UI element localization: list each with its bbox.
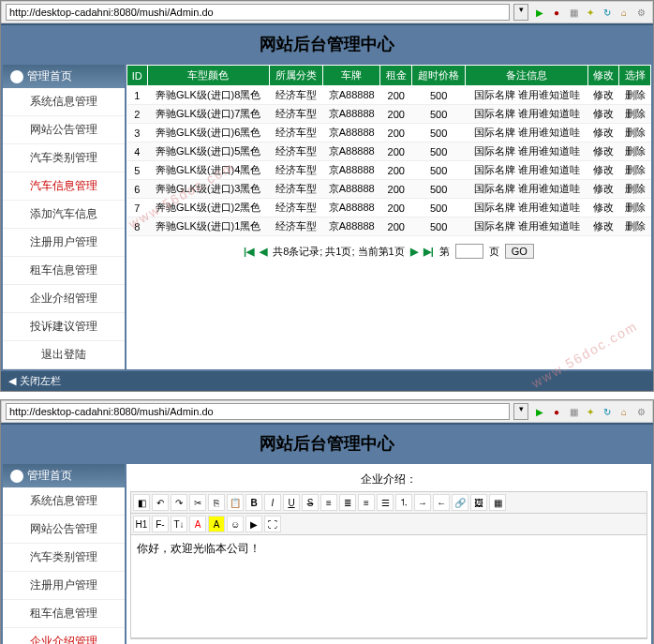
sidebar-item[interactable]: 系统信息管理 [3, 88, 125, 116]
table-cell: 经济车型 [269, 217, 322, 236]
table-header: 车牌 [322, 66, 380, 86]
refresh-icon[interactable]: ↻ [600, 5, 615, 20]
numbered-list-icon[interactable]: ⒈ [395, 494, 412, 511]
align-right-icon[interactable]: ≡ [358, 494, 375, 511]
url-input[interactable] [6, 4, 510, 21]
bold-icon[interactable]: B [245, 494, 262, 511]
font-size-icon[interactable]: T↓ [171, 516, 187, 532]
table-cell[interactable]: 删除 [619, 161, 651, 180]
sidebar-item[interactable]: 企业介绍管理 [3, 285, 125, 313]
paste-icon[interactable]: 📋 [227, 494, 244, 511]
home-icon[interactable]: ⌂ [617, 404, 632, 419]
h1-icon[interactable]: H1 [133, 516, 150, 532]
font-family-icon[interactable]: F- [152, 516, 169, 532]
stop-icon[interactable]: ● [549, 404, 564, 419]
media-icon[interactable]: ▶ [245, 516, 262, 532]
copy-icon[interactable]: ⎘ [208, 494, 225, 511]
editor-toolbar-row1: ◧ ↶ ↷ ✂ ⎘ 📋 B I U S ≡ ≣ ≡ ☰ ⒈ → ← [130, 491, 647, 514]
tools-icon[interactable]: ⚙ [633, 404, 648, 419]
sidebar-item[interactable]: 注册用户管理 [3, 229, 125, 257]
url-dropdown-icon[interactable]: ▾ [513, 4, 528, 21]
emoji-icon[interactable]: ☺ [227, 516, 244, 532]
url-input[interactable] [6, 403, 510, 420]
fullscreen-icon[interactable]: ⛶ [264, 516, 281, 532]
table-cell[interactable]: 修改 [587, 180, 618, 199]
page-input[interactable] [455, 244, 483, 259]
table-cell[interactable]: 修改 [587, 86, 618, 105]
last-page-icon[interactable]: ▶| [424, 246, 434, 258]
table-cell[interactable]: 修改 [587, 199, 618, 217]
table-cell[interactable]: 删除 [619, 142, 651, 161]
sidebar-item[interactable]: 投诉建议管理 [3, 313, 125, 341]
first-page-icon[interactable]: |◀ [244, 246, 254, 258]
star-icon[interactable]: ✦ [583, 5, 598, 20]
bg-color-icon[interactable]: A [208, 516, 225, 532]
home-icon[interactable]: ⌂ [617, 5, 632, 20]
align-left-icon[interactable]: ≡ [320, 494, 337, 511]
table-cell[interactable]: 删除 [619, 199, 651, 217]
table-cell: 8 [127, 217, 148, 236]
list-icon[interactable]: ☰ [377, 494, 394, 511]
sidebar-item[interactable]: 企业介绍管理 [3, 628, 125, 644]
cut-icon[interactable]: ✂ [189, 494, 206, 511]
table-row: 5奔驰GLK级(进口)4黑色经济车型京A88888200500国际名牌 谁用谁知… [127, 161, 651, 180]
footer-bar[interactable]: ◀ 关闭左栏 [1, 371, 653, 391]
url-dropdown-icon[interactable]: ▾ [513, 403, 528, 420]
sidebar-item[interactable]: 汽车类别管理 [3, 144, 125, 172]
refresh-icon[interactable]: ↻ [600, 404, 615, 419]
strike-icon[interactable]: S [302, 494, 319, 511]
sidebar-item[interactable]: 租车信息管理 [3, 600, 125, 628]
table-cell[interactable]: 修改 [587, 161, 618, 180]
table-cell[interactable]: 删除 [619, 217, 651, 236]
table-row: 8奔驰GLK级(进口)1黑色经济车型京A88888200500国际名牌 谁用谁知… [127, 217, 651, 236]
redo-icon[interactable]: ↷ [171, 494, 187, 511]
table-cell[interactable]: 修改 [587, 124, 618, 142]
next-page-icon[interactable]: ▶ [410, 246, 418, 258]
sidebar-item[interactable]: 添加汽车信息 [3, 201, 125, 229]
sidebar-item[interactable]: 网站公告管理 [3, 516, 125, 544]
screenshot-1: ▾ ▶ ● ▦ ✦ ↻ ⌂ ⚙ 网站后台管理中心 管理首页 系统信息管理网站公告… [0, 0, 654, 392]
editor-toolbar-row2: H1 F- T↓ A A ☺ ▶ ⛶ [130, 514, 647, 535]
italic-icon[interactable]: I [264, 494, 281, 511]
sidebar-item[interactable]: 汽车信息管理 [3, 172, 125, 201]
car-data-table: ID车型颜色所属分类车牌租金超时价格备注信息修改选择 1奔驰GLK级(进口)8黑… [126, 65, 651, 236]
sidebar-item[interactable]: 注册用户管理 [3, 572, 125, 600]
play-icon[interactable]: ▶ [532, 404, 547, 419]
grid-icon[interactable]: ▦ [566, 404, 581, 419]
play-icon[interactable]: ▶ [532, 5, 547, 20]
table-cell[interactable]: 删除 [619, 86, 651, 105]
sidebar-item[interactable]: 系统信息管理 [3, 487, 125, 516]
table-cell: 500 [411, 180, 465, 199]
image-icon[interactable]: 🖼 [470, 494, 487, 511]
sidebar-item[interactable]: 网站公告管理 [3, 116, 125, 144]
underline-icon[interactable]: U [283, 494, 300, 511]
sidebar-item[interactable]: 租车信息管理 [3, 257, 125, 285]
table-cell[interactable]: 修改 [587, 142, 618, 161]
undo-icon[interactable]: ↶ [152, 494, 169, 511]
prev-page-icon[interactable]: ◀ [260, 246, 267, 258]
star-icon[interactable]: ✦ [583, 404, 598, 419]
go-button[interactable]: GO [505, 244, 534, 259]
stop-icon[interactable]: ● [549, 5, 564, 20]
link-icon[interactable]: 🔗 [452, 494, 468, 511]
grid-icon[interactable]: ▦ [566, 5, 581, 20]
sidebar-item[interactable]: 汽车类别管理 [3, 544, 125, 572]
table-cell[interactable]: 修改 [587, 217, 618, 236]
outdent-icon[interactable]: ← [433, 494, 450, 511]
tools-icon[interactable]: ⚙ [633, 5, 648, 20]
editor-textarea[interactable]: 你好，欢迎光临本公司！ [130, 535, 647, 638]
table-cell[interactable]: 修改 [587, 105, 618, 124]
font-color-icon[interactable]: A [189, 516, 206, 532]
table-icon[interactable]: ▦ [489, 494, 506, 511]
sidebar-item[interactable]: 退出登陆 [3, 341, 125, 369]
table-cell[interactable]: 删除 [619, 124, 651, 142]
align-center-icon[interactable]: ≣ [339, 494, 356, 511]
indent-icon[interactable]: → [414, 494, 431, 511]
source-icon[interactable]: ◧ [133, 494, 150, 511]
sidebar: 管理首页 系统信息管理网站公告管理汽车类别管理汽车信息管理添加汽车信息注册用户管… [3, 65, 125, 369]
table-cell[interactable]: 删除 [619, 180, 651, 199]
table-cell[interactable]: 删除 [619, 105, 651, 124]
page-title: 网站后台管理中心 [1, 23, 653, 63]
editor-label: 企业介绍： [130, 468, 647, 491]
browser-address-bar: ▾ ▶ ● ▦ ✦ ↻ ⌂ ⚙ [1, 1, 653, 23]
